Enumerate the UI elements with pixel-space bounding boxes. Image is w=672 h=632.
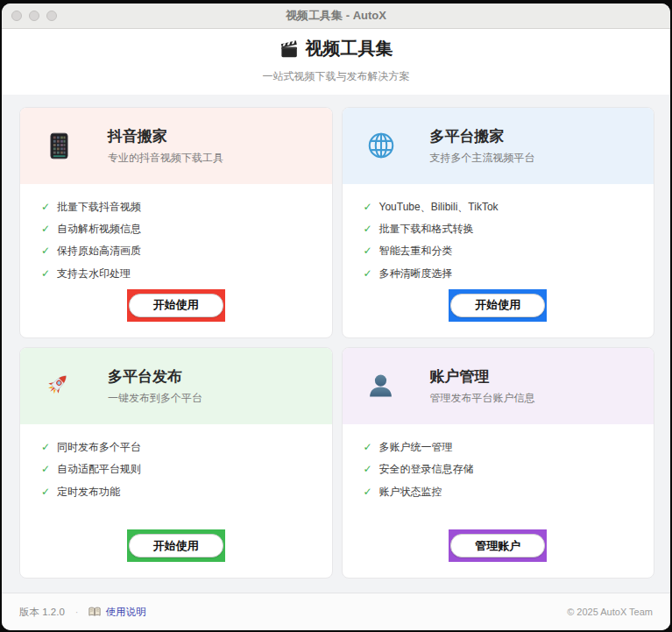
check-icon: ✓: [364, 486, 379, 498]
manage-accounts-button[interactable]: 管理账户: [449, 529, 547, 562]
window-title: 视频工具集 - AutoX: [2, 8, 670, 24]
titlebar: 视频工具集 - AutoX: [2, 4, 670, 29]
check-icon: ✓: [364, 463, 379, 475]
app-window: 视频工具集 - AutoX 视频工具集 一站式视频下载与发布解决方案: [2, 4, 670, 630]
rocket-icon: [43, 371, 74, 401]
start-multiplatform-move-button[interactable]: 开始使用: [449, 289, 547, 322]
feature-item: ✓安全的登录信息存储: [364, 462, 637, 477]
feature-list: ✓多账户统一管理 ✓安全的登录信息存储 ✓账户状态监控: [343, 424, 654, 529]
start-douyin-button[interactable]: 开始使用: [127, 289, 225, 322]
card-header: 账户管理 管理发布平台账户信息: [343, 348, 654, 424]
book-icon: [88, 607, 101, 617]
page-title-text: 视频工具集: [306, 37, 393, 60]
check-icon: ✓: [41, 223, 57, 235]
card-header: 多平台发布 一键发布到多个平台: [20, 348, 332, 424]
card-subtitle: 专业的抖音视频下载工具: [108, 151, 223, 166]
check-icon: ✓: [41, 486, 57, 498]
feature-item: ✓智能去重和分类: [364, 244, 637, 259]
card-grid: 抖音搬家 专业的抖音视频下载工具 ✓批量下载抖音视频 ✓自动解析视频信息 ✓保持…: [2, 95, 670, 593]
clapperboard-icon: [279, 39, 299, 59]
card-header: 多平台搬家 支持多个主流视频平台: [343, 108, 654, 184]
feature-list: ✓同时发布多个平台 ✓自动适配平台规则 ✓定时发布功能: [20, 424, 332, 529]
check-icon: ✓: [364, 201, 379, 213]
feature-list: ✓批量下载抖音视频 ✓自动解析视频信息 ✓保持原始高清画质 ✓支持去水印处理: [20, 184, 332, 289]
page-title: 视频工具集: [279, 37, 393, 60]
card-multiplatform-move: 多平台搬家 支持多个主流视频平台 ✓YouTube、Bilibili、TikTo…: [342, 107, 655, 338]
card-title: 多平台发布: [108, 366, 202, 387]
feature-item: ✓账户状态监控: [364, 485, 637, 500]
check-icon: ✓: [41, 463, 57, 475]
card-multiplatform-publish: 多平台发布 一键发布到多个平台 ✓同时发布多个平台 ✓自动适配平台规则 ✓定时发…: [19, 347, 333, 579]
feature-item: ✓多种清晰度选择: [364, 266, 637, 281]
copyright-label: © 2025 AutoX Team: [567, 607, 653, 617]
card-subtitle: 支持多个主流视频平台: [430, 151, 535, 166]
help-link[interactable]: 使用说明: [88, 606, 145, 619]
card-subtitle: 一键发布到多个平台: [108, 391, 202, 406]
feature-item: ✓批量下载抖音视频: [41, 200, 315, 215]
check-icon: ✓: [364, 245, 379, 257]
feature-list: ✓YouTube、Bilibili、TikTok ✓批量下载和格式转换 ✓智能去…: [343, 184, 654, 289]
phone-icon: [43, 132, 74, 160]
card-title: 抖音搬家: [108, 126, 223, 146]
card-account: 账户管理 管理发布平台账户信息 ✓多账户统一管理 ✓安全的登录信息存储 ✓账户状…: [342, 347, 655, 579]
separator-dot: ·: [75, 607, 79, 617]
feature-item: ✓保持原始高清画质: [41, 244, 315, 259]
app-header: 视频工具集 一站式视频下载与发布解决方案: [2, 29, 670, 95]
feature-item: ✓自动适配平台规则: [41, 462, 315, 477]
card-subtitle: 管理发布平台账户信息: [430, 391, 535, 406]
feature-item: ✓同时发布多个平台: [41, 440, 315, 455]
start-publish-button[interactable]: 开始使用: [127, 529, 225, 562]
check-icon: ✓: [41, 441, 57, 453]
check-icon: ✓: [41, 245, 57, 257]
check-icon: ✓: [364, 223, 379, 235]
page-subtitle: 一站式视频下载与发布解决方案: [2, 69, 670, 84]
check-icon: ✓: [41, 201, 57, 213]
feature-item: ✓批量下载和格式转换: [364, 222, 637, 237]
help-link-label: 使用说明: [105, 606, 145, 619]
card-douyin: 抖音搬家 专业的抖音视频下载工具 ✓批量下载抖音视频 ✓自动解析视频信息 ✓保持…: [19, 107, 333, 338]
check-icon: ✓: [364, 441, 379, 453]
check-icon: ✓: [41, 267, 57, 280]
feature-item: ✓YouTube、Bilibili、TikTok: [364, 200, 637, 215]
feature-item: ✓定时发布功能: [41, 485, 315, 500]
globe-icon: [365, 131, 397, 160]
card-title: 账户管理: [430, 366, 535, 387]
feature-item: ✓自动解析视频信息: [41, 222, 315, 237]
footer: 版本 1.2.0 · 使用说明 © 2025 AutoX Team: [2, 593, 670, 630]
user-icon: [365, 372, 397, 401]
feature-item: ✓多账户统一管理: [364, 440, 637, 455]
card-header: 抖音搬家 专业的抖音视频下载工具: [20, 108, 332, 184]
check-icon: ✓: [364, 267, 379, 280]
card-title: 多平台搬家: [430, 126, 535, 146]
version-label: 版本 1.2.0: [19, 606, 65, 619]
feature-item: ✓支持去水印处理: [41, 266, 315, 281]
